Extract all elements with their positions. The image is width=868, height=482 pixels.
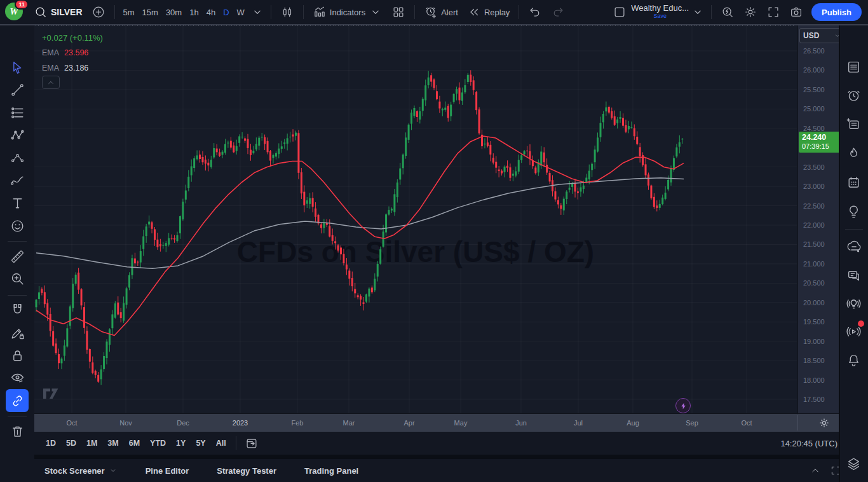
toolbar-separator: [236, 436, 236, 450]
trend-line-tool[interactable]: [6, 78, 29, 101]
quick-search-icon: [721, 5, 735, 19]
indicators-icon: [313, 5, 327, 19]
xabcd-pattern-tool[interactable]: [6, 123, 29, 146]
symbol-search-button[interactable]: SILVER: [29, 3, 87, 21]
ema-label: EMA: [42, 48, 59, 57]
candlestick-icon: [280, 5, 294, 19]
zoom-in-tool[interactable]: [6, 267, 29, 290]
range-5Y[interactable]: 5Y: [191, 435, 210, 451]
tab-stock-screener[interactable]: Stock Screener: [44, 466, 118, 476]
session-clock[interactable]: 14:20:45 (UTC): [780, 439, 846, 448]
undo-button[interactable]: [524, 3, 546, 21]
time-tick: Oct: [741, 419, 752, 427]
layout-name-menu[interactable]: Wealthy Educ... Save: [631, 4, 689, 20]
go-to-date-button[interactable]: [245, 436, 259, 450]
brush-tool[interactable]: [6, 169, 29, 191]
range-6M[interactable]: 6M: [124, 435, 145, 451]
price-chart[interactable]: CFDs on Silver (US$ / OZ): [34, 25, 797, 413]
timeframe-15m[interactable]: 15m: [139, 3, 162, 21]
calendar-icon[interactable]: [842, 171, 865, 194]
chart-style-button[interactable]: [276, 3, 299, 21]
bottom-panel: Stock ScreenerPine EditorStrategy Tester…: [34, 459, 850, 482]
hotlists-icon[interactable]: [842, 142, 865, 165]
timeframe-5m[interactable]: 5m: [119, 3, 139, 21]
ema-legend-row[interactable]: EMA23.186: [42, 60, 103, 76]
layout-grid-icon: [391, 5, 405, 19]
chevron-down-icon: [250, 5, 264, 19]
fullscreen-button[interactable]: [762, 3, 785, 21]
timeframe-4h[interactable]: 4h: [203, 3, 219, 21]
fib-retracement-tool[interactable]: [6, 101, 29, 124]
text-tool[interactable]: [6, 191, 29, 214]
messages-icon[interactable]: [842, 264, 865, 287]
legend-collapse-button[interactable]: [42, 76, 60, 89]
time-tick: Jun: [515, 419, 527, 427]
snapshot-button[interactable]: [785, 3, 808, 21]
time-tick: 2023: [233, 419, 248, 427]
forecast-tool[interactable]: [6, 146, 29, 169]
tab-strategy-tester[interactable]: Strategy Tester: [217, 466, 276, 476]
notes-icon[interactable]: [842, 113, 865, 135]
chart-legend: +0.027 (+0.11%) EMA23.596 EMA23.186: [42, 31, 103, 76]
lightning-badge-icon[interactable]: [675, 398, 691, 413]
price-tick: 19.500: [803, 318, 825, 326]
top-toolbar: W 11 SILVER 5m15m30m1h4hDW Indicators Al…: [0, 0, 868, 25]
ema-legend-row[interactable]: EMA23.596: [42, 45, 103, 60]
tab-pine-editor[interactable]: Pine Editor: [146, 466, 189, 476]
timeframe-expand-button[interactable]: [248, 3, 266, 21]
range-1D[interactable]: 1D: [41, 435, 61, 451]
layout-dropdown-button[interactable]: [689, 3, 707, 21]
settings-button[interactable]: [739, 3, 762, 21]
minds-icon[interactable]: [842, 292, 865, 315]
streams-icon[interactable]: [842, 320, 865, 343]
publish-button[interactable]: Publish: [811, 3, 862, 21]
layout-checkbox[interactable]: [608, 3, 631, 21]
timeframe-D[interactable]: D: [219, 3, 233, 21]
ruler-tool[interactable]: [6, 245, 29, 268]
compare-add-button[interactable]: [87, 3, 110, 21]
range-All[interactable]: All: [211, 435, 231, 451]
range-1M[interactable]: 1M: [81, 435, 102, 451]
panel-expand-icon[interactable]: [810, 465, 821, 476]
quick-search-button[interactable]: [716, 3, 739, 21]
link-tool[interactable]: [6, 389, 29, 412]
time-axis[interactable]: OctNovDec2023FebMarAprMayJunJulAugSepOct: [34, 413, 840, 432]
tradingview-logo[interactable]: [43, 389, 58, 399]
range-5D[interactable]: 5D: [61, 435, 81, 451]
axis-settings-gear-icon[interactable]: [818, 417, 831, 429]
alerts-icon[interactable]: [842, 84, 865, 107]
chevron-down-icon: [691, 5, 705, 19]
last-price-label: 24.240 07:39:15: [799, 132, 843, 153]
toolbar-separator: [519, 5, 519, 19]
range-1Y[interactable]: 1Y: [171, 435, 191, 451]
timeframe-30m[interactable]: 30m: [162, 3, 186, 21]
price-axis[interactable]: USD 26.50026.00025.50025.00024.50023.500…: [797, 25, 841, 413]
save-label[interactable]: Save: [653, 12, 667, 20]
tab-trading-panel[interactable]: Trading Panel: [304, 466, 358, 476]
timeframe-W[interactable]: W: [233, 3, 248, 21]
price-tick: 25.000: [803, 105, 825, 113]
magnet-tool[interactable]: [6, 298, 29, 321]
watchlist-icon[interactable]: [842, 55, 865, 78]
emoji-tool[interactable]: [6, 214, 29, 237]
replay-button[interactable]: Replay: [463, 3, 514, 21]
cursor-tool[interactable]: [6, 56, 29, 79]
trash-tool[interactable]: [6, 420, 29, 443]
range-YTD[interactable]: YTD: [145, 435, 171, 451]
layers-icon[interactable]: [842, 452, 865, 475]
layout-grid-button[interactable]: [387, 3, 410, 21]
chat-icon[interactable]: [842, 235, 865, 258]
drawing-mode-tool[interactable]: [6, 321, 29, 344]
price-tick: 21.000: [803, 260, 825, 268]
indicators-button[interactable]: Indicators: [308, 3, 387, 21]
notifications-icon[interactable]: [842, 348, 865, 371]
lock-all-tool[interactable]: [6, 344, 29, 367]
alert-button[interactable]: Alert: [419, 3, 463, 21]
range-3M[interactable]: 3M: [102, 435, 123, 451]
redo-button[interactable]: [546, 3, 569, 21]
app-logo[interactable]: W 11: [5, 3, 24, 22]
hide-all-tool[interactable]: [6, 366, 29, 389]
timeframe-1h[interactable]: 1h: [186, 3, 202, 21]
ideas-icon[interactable]: [842, 200, 865, 223]
time-tick: Feb: [292, 419, 304, 427]
